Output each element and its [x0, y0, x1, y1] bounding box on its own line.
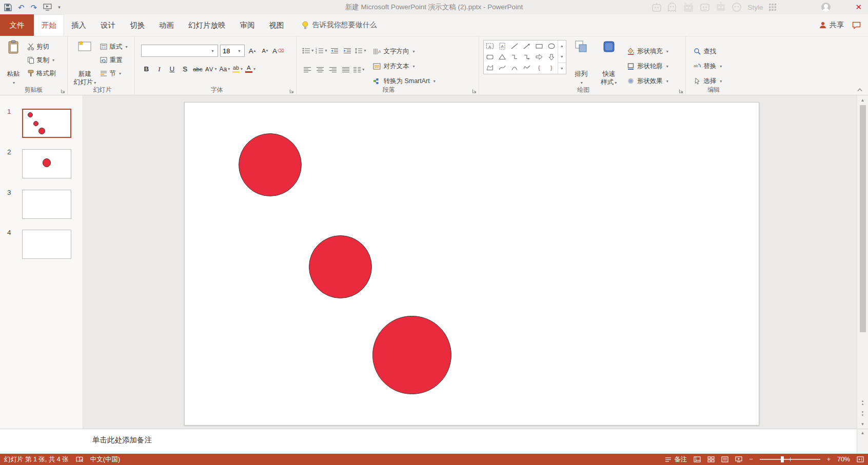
- shape-right-brace-icon[interactable]: }: [545, 62, 558, 73]
- red-circle-shape[interactable]: [309, 235, 372, 298]
- new-slide-button[interactable]: 新建 幻灯片▾: [71, 38, 98, 86]
- section-dropdown-caret[interactable]: ▾: [119, 71, 121, 76]
- bold-button[interactable]: B: [141, 63, 152, 75]
- notes-toggle-button[interactable]: 备注: [665, 455, 687, 464]
- shape-elbow-connector-icon[interactable]: [508, 51, 521, 62]
- collapse-ribbon-icon[interactable]: [857, 88, 863, 92]
- shape-arrow-icon[interactable]: [521, 41, 533, 51]
- align-text-button[interactable]: 对齐文本 ▾: [371, 60, 437, 72]
- change-case-button[interactable]: Aa▾: [219, 63, 230, 75]
- paragraph-dialog-launcher[interactable]: [472, 89, 477, 94]
- shape-rounded-rectangle-icon[interactable]: [484, 51, 496, 62]
- align-text-caret[interactable]: ▾: [412, 64, 415, 69]
- zoom-slider[interactable]: [760, 456, 820, 463]
- shape-effects-caret[interactable]: ▾: [666, 79, 668, 84]
- quick-styles-button[interactable]: 快速 样式▾: [596, 38, 622, 86]
- scroll-up-icon[interactable]: ▲: [857, 95, 868, 105]
- comments-button[interactable]: [852, 14, 868, 36]
- columns-button[interactable]: ▾: [353, 64, 364, 75]
- drawing-dialog-launcher[interactable]: [679, 89, 684, 94]
- font-name-combobox[interactable]: ▾: [141, 45, 218, 57]
- view-slideshow-button[interactable]: [735, 456, 742, 462]
- find-button[interactable]: 查找: [692, 45, 738, 57]
- text-direction-caret[interactable]: ▾: [412, 49, 415, 54]
- shape-fill-caret[interactable]: ▾: [666, 49, 668, 54]
- slide-thumbnail-4[interactable]: [22, 230, 71, 259]
- quick-styles-caret[interactable]: ▾: [615, 80, 617, 85]
- zoom-slider-thumb[interactable]: [781, 456, 784, 462]
- tab-slideshow[interactable]: 幻灯片放映: [181, 14, 233, 36]
- shape-rectangle-icon[interactable]: [533, 41, 545, 51]
- slide-thumbnail-3[interactable]: [22, 190, 71, 219]
- shape-triangle-icon[interactable]: [496, 51, 508, 62]
- underline-button[interactable]: U: [167, 63, 177, 75]
- font-size-combobox[interactable]: ▾: [220, 45, 245, 57]
- paste-button[interactable]: 粘贴▾: [2, 38, 25, 86]
- shape-scribble-icon[interactable]: [521, 62, 533, 73]
- layout-dropdown-caret[interactable]: ▾: [125, 45, 127, 49]
- redo-icon[interactable]: ↷: [31, 4, 37, 11]
- shape-outline-button[interactable]: 形状轮廓 ▾: [625, 60, 670, 72]
- shape-elbow-arrow-icon[interactable]: [521, 51, 533, 62]
- shape-block-arrow-right-icon[interactable]: [533, 51, 545, 62]
- shape-vertical-textbox-icon[interactable]: A: [496, 41, 508, 51]
- tab-transitions[interactable]: 切换: [123, 14, 152, 36]
- clear-formatting-button[interactable]: A⌫: [272, 45, 284, 57]
- red-circle-shape[interactable]: [28, 112, 33, 117]
- text-direction-button[interactable]: A 文字方向 ▾: [371, 45, 437, 57]
- tab-animations[interactable]: 动画: [152, 14, 181, 36]
- slide-canvas[interactable]: [184, 102, 759, 426]
- select-caret[interactable]: ▾: [720, 79, 722, 84]
- slide-thumbnail-1[interactable]: [22, 109, 71, 138]
- replace-caret[interactable]: ▾: [720, 64, 722, 69]
- copy-dropdown-caret[interactable]: ▾: [52, 58, 54, 63]
- section-button[interactable]: 节 ▾: [98, 67, 129, 80]
- zoom-level-label[interactable]: 70%: [837, 456, 850, 463]
- layout-button[interactable]: 版式 ▾: [98, 40, 129, 53]
- next-slide-icon[interactable]: ▼▼: [857, 408, 868, 419]
- zoom-in-button[interactable]: +: [827, 456, 831, 463]
- arrange-caret[interactable]: ▾: [581, 80, 583, 85]
- user-avatar[interactable]: [821, 3, 831, 12]
- reset-button[interactable]: 重置: [98, 53, 129, 67]
- slide-info-label[interactable]: 幻灯片 第 1 张, 共 4 张: [4, 455, 69, 464]
- view-reading-button[interactable]: [721, 456, 728, 462]
- strikethrough-button[interactable]: abc: [192, 63, 203, 75]
- tab-design[interactable]: 设计: [93, 14, 123, 36]
- text-shadow-button[interactable]: S: [180, 63, 190, 75]
- italic-button[interactable]: I: [154, 63, 165, 75]
- scrollbar-track[interactable]: [857, 105, 868, 397]
- new-slide-dropdown-caret[interactable]: ▾: [94, 80, 96, 85]
- shape-textbox-icon[interactable]: A: [484, 41, 496, 51]
- red-circle-shape[interactable]: [372, 316, 451, 394]
- shape-line-icon[interactable]: [508, 41, 521, 51]
- format-painter-button[interactable]: 格式刷: [25, 67, 58, 80]
- replace-button[interactable]: ab 替换 ▾: [692, 60, 738, 72]
- decrease-font-size-button[interactable]: A▾: [260, 45, 270, 57]
- shape-fill-button[interactable]: 形状填充 ▾: [625, 45, 670, 57]
- shape-oval-icon[interactable]: [545, 41, 558, 51]
- bullets-button[interactable]: ▾: [302, 45, 313, 56]
- tell-me-box[interactable]: 告诉我你想要做什么: [302, 14, 377, 36]
- undo-icon[interactable]: ↶: [18, 4, 25, 11]
- customize-qat-icon[interactable]: ▾: [58, 5, 61, 10]
- tab-view[interactable]: 视图: [262, 14, 291, 36]
- align-center-button[interactable]: [315, 64, 326, 75]
- shape-block-arrow-down-icon[interactable]: [545, 51, 558, 62]
- clipboard-dialog-launcher[interactable]: [61, 89, 66, 94]
- scroll-down-icon[interactable]: ▼: [857, 419, 868, 429]
- spellcheck-button[interactable]: [76, 456, 83, 463]
- justify-button[interactable]: [341, 64, 351, 75]
- scrollbar-thumb[interactable]: [860, 105, 866, 332]
- red-circle-shape[interactable]: [239, 133, 302, 196]
- red-circle-shape[interactable]: [38, 128, 45, 134]
- shapes-more-icon[interactable]: ▾: [558, 63, 566, 74]
- view-normal-button[interactable]: [694, 456, 701, 462]
- smartart-caret[interactable]: ▾: [433, 79, 436, 84]
- align-left-button[interactable]: [302, 64, 313, 75]
- start-slideshow-icon[interactable]: [43, 4, 52, 11]
- numbering-button[interactable]: 123▾: [315, 45, 327, 56]
- notes-scrollbar[interactable]: ▲: [857, 429, 868, 454]
- shape-outline-caret[interactable]: ▾: [666, 64, 668, 69]
- decrease-indent-button[interactable]: [329, 45, 340, 56]
